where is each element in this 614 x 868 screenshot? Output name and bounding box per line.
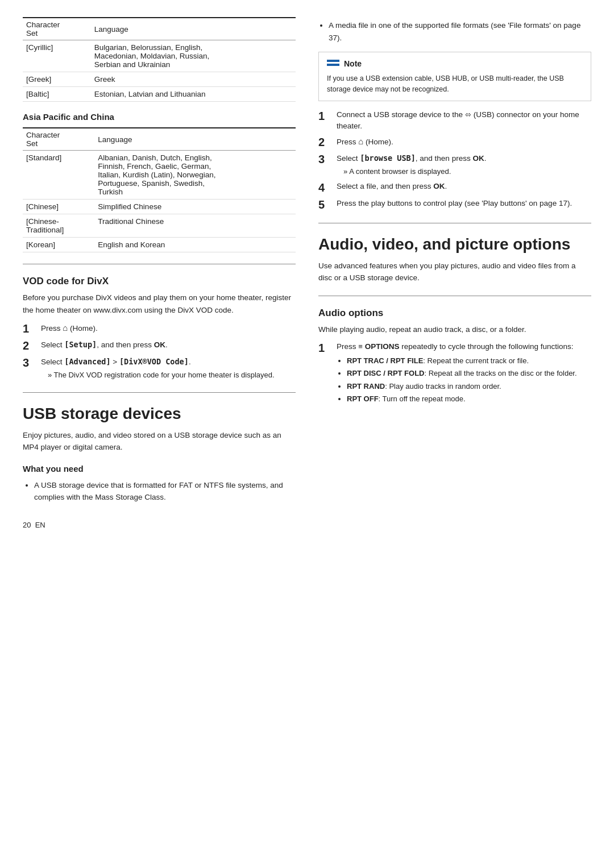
char-set-standard: [Standard] [23, 151, 94, 200]
note-icon [327, 60, 339, 69]
step-num-2: 2 [23, 339, 39, 352]
audio-video-body: Use advanced features when you play pict… [318, 260, 591, 284]
step-num-3: 3 [318, 152, 334, 166]
step-3-sub: The DivX VOD registration code for your … [41, 369, 296, 381]
step-1-content: Connect a USB storage device to the ⬄ (U… [337, 109, 591, 132]
step-5-content: Press the play buttons to control play (… [337, 198, 591, 209]
home-icon-1: ⌂ [63, 322, 68, 335]
table-row: [Baltic] Estonian, Latvian and Lithuania… [23, 87, 296, 102]
char-set-korean: [Korean] [23, 238, 94, 252]
ok-label: OK [154, 340, 165, 349]
language-header2: Language [94, 128, 296, 151]
lang-standard: Albanian, Danish, Dutch, English,Finnish… [94, 151, 296, 200]
page-layout: CharacterSet Language [Cyrillic] Bulgari… [23, 17, 591, 529]
step-4-content: Select a file, and then press OK. [337, 181, 591, 192]
step-1-content: Press ⌂ (Home). [41, 322, 296, 335]
options-label: OPTIONS [365, 342, 400, 351]
list-item: 3 Select [Advanced] > [DivX®VOD Code]. T… [23, 356, 296, 381]
rpt-off-label: RPT OFF [347, 394, 379, 403]
advanced-bracket: [Advanced] [64, 357, 110, 366]
table-row: [Cyrillic] Bulgarian, Belorussian, Engli… [23, 40, 296, 72]
step-3-content: Select [Advanced] > [DivX®VOD Code]. The… [41, 356, 296, 381]
table-row: [Chinese] Simplified Chinese [23, 200, 296, 214]
step-num-4: 4 [318, 181, 334, 194]
audio-steps: 1 Press ≡ OPTIONS repeatedly to cycle th… [318, 341, 591, 406]
divx-vod-bracket: [DivX®VOD Code] [119, 357, 189, 366]
list-item: 1 Press ≡ OPTIONS repeatedly to cycle th… [318, 341, 591, 406]
usb-icon: ⬄ [465, 109, 471, 121]
lang-chinese-trad: Traditional Chinese [94, 214, 296, 238]
note-box: Note If you use a USB extension cable, U… [318, 52, 591, 101]
list-item: RPT OFF: Turn off the repeat mode. [347, 393, 591, 405]
asia-pacific-table: CharacterSet Language [Standard] Albania… [23, 127, 296, 252]
usb-requirements: A USB storage device that is formatted f… [23, 479, 296, 504]
list-item: 3 Select [browse USB], and then press OK… [318, 152, 591, 177]
step-3-sub: A content browser is displayed. [337, 166, 591, 177]
char-set-chinese: [Chinese] [23, 200, 94, 214]
usb-title: USB storage devices [23, 404, 296, 423]
ok-label-3: OK [433, 182, 445, 190]
rpt-disc-label: RPT DISC / RPT FOLD [347, 369, 425, 377]
what-you-need-title: What you need [23, 464, 296, 474]
list-item: RPT TRAC / RPT FILE: Repeat the current … [347, 355, 591, 367]
char-set-header2: CharacterSet [23, 128, 94, 151]
lang-cyrillic: Bulgarian, Belorussian, English,Macedoni… [91, 40, 296, 72]
step-num-2: 2 [318, 135, 334, 149]
divider-2 [23, 392, 296, 393]
lang-chinese: Simplified Chinese [94, 200, 296, 214]
list-item: RPT DISC / RPT FOLD: Repeat all the trac… [347, 368, 591, 379]
divider-1 [23, 264, 296, 264]
lang-korean: English and Korean [94, 238, 296, 252]
note-header: Note [327, 58, 583, 70]
top-bullet-list: A media file in one of the supported fil… [318, 19, 591, 44]
asia-pacific-title: Asia Pacific and China [23, 112, 296, 122]
list-item: 4 Select a file, and then press OK. [318, 181, 591, 194]
setup-bracket: [Setup] [64, 340, 97, 349]
step-num-1: 1 [318, 109, 334, 123]
divider-4 [318, 296, 591, 296]
options-bullets: RPT TRAC / RPT FILE: Repeat the current … [337, 355, 591, 405]
list-item: A USB storage device that is formatted f… [34, 479, 296, 504]
list-item: 1 Connect a USB storage device to the ⬄ … [318, 109, 591, 132]
audio-video-title: Audio, video, and picture options [318, 235, 591, 254]
options-icon: ≡ [358, 341, 363, 352]
list-item: 2 Press ⌂ (Home). [318, 135, 591, 149]
audio-options-body: While playing audio, repeat an audio tra… [318, 323, 591, 336]
note-text: If you use a USB extension cable, USB HU… [327, 73, 583, 95]
list-item: 2 Select [Setup], and then press OK. [23, 339, 296, 352]
char-set-baltic: [Baltic] [23, 87, 91, 102]
rpt-rand-label: RPT RAND [347, 382, 385, 391]
lang-greek: Greek [91, 72, 296, 87]
step-3-content: Select [browse USB], and then press OK. … [337, 152, 591, 177]
rpt-trac-label: RPT TRAC / RPT FILE [347, 356, 423, 365]
table-row: [Chinese-Traditional] Traditional Chines… [23, 214, 296, 238]
note-label: Note [344, 58, 362, 70]
cyrillic-table: CharacterSet Language [Cyrillic] Bulgari… [23, 17, 296, 102]
step-num-1: 1 [23, 322, 39, 335]
vod-title: VOD code for DivX [23, 276, 296, 287]
language-header: Language [91, 18, 296, 40]
page-number: 20 EN [23, 521, 296, 529]
list-item: RPT RAND: Play audio tracks in random or… [347, 381, 591, 392]
char-set-header: CharacterSet [23, 18, 91, 40]
right-column: A media file in one of the supported fil… [318, 17, 591, 529]
step-num-3: 3 [23, 356, 39, 369]
ok-label-2: OK [472, 154, 484, 163]
audio-step-1-content: Press ≡ OPTIONS repeatedly to cycle thro… [337, 341, 591, 406]
table-row: [Korean] English and Korean [23, 238, 296, 252]
char-set-chinese-trad: [Chinese-Traditional] [23, 214, 94, 238]
audio-options-title: Audio options [318, 308, 591, 319]
home-icon-2: ⌂ [358, 135, 363, 148]
char-set-greek: [Greek] [23, 72, 91, 87]
audio-step-num-1: 1 [318, 341, 334, 355]
divider-3 [318, 223, 591, 223]
list-item: A content browser is displayed. [343, 166, 591, 177]
connect-steps: 1 Connect a USB storage device to the ⬄ … [318, 109, 591, 211]
step-num-5: 5 [318, 198, 334, 211]
table-row: [Standard] Albanian, Danish, Dutch, Engl… [23, 151, 296, 200]
step-2-content: Select [Setup], and then press OK. [41, 339, 296, 351]
list-item: 1 Press ⌂ (Home). [23, 322, 296, 335]
list-item: A media file in one of the supported fil… [329, 19, 591, 44]
table-row: [Greek] Greek [23, 72, 296, 87]
list-item: The DivX VOD registration code for your … [48, 369, 296, 381]
